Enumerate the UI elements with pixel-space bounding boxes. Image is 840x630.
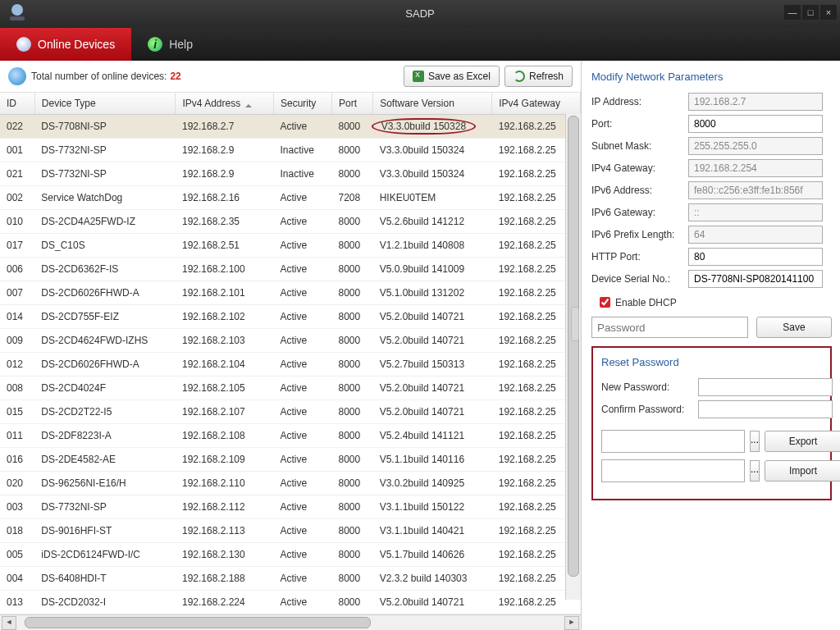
table-row[interactable]: 013DS-2CD2032-I192.168.2.224Active8000V5… bbox=[0, 591, 581, 614]
enable-dhcp-checkbox[interactable] bbox=[600, 297, 610, 308]
table-cell: 192.168.2.110 bbox=[176, 472, 274, 495]
table-cell: 192.168.2.35 bbox=[176, 210, 274, 234]
table-row[interactable]: 018DS-9016HFI-ST192.168.2.113Active8000V… bbox=[0, 519, 581, 543]
table-cell: Active bbox=[274, 329, 332, 353]
table-row[interactable]: 007DS-2CD6026FHWD-A192.168.2.101Active80… bbox=[0, 281, 581, 305]
tab-label: Help bbox=[169, 38, 193, 51]
table-cell: Active bbox=[274, 115, 332, 139]
table-cell: 192.168.2.16 bbox=[176, 186, 274, 210]
table-row[interactable]: 017DS_C10S192.168.2.51Active8000V1.2.1bu… bbox=[0, 234, 581, 258]
table-cell: V3.0.2build 140925 bbox=[373, 472, 492, 495]
table-row[interactable]: 012DS-2CD6026FHWD-A192.168.2.104Active80… bbox=[0, 353, 581, 377]
ipv6-gateway-field[interactable] bbox=[688, 203, 823, 221]
table-cell: Active bbox=[274, 495, 332, 519]
table-row[interactable]: 002Service WatchDog192.168.2.16Active720… bbox=[0, 186, 581, 210]
save-as-excel-button[interactable]: Save as Excel bbox=[404, 66, 500, 87]
table-row[interactable]: 010DS-2CD4A25FWD-IZ192.168.2.35Active800… bbox=[0, 210, 581, 234]
export-path-field[interactable] bbox=[601, 430, 745, 453]
column-header[interactable]: Device Type bbox=[34, 93, 176, 115]
import-path-field[interactable] bbox=[601, 459, 745, 482]
export-button[interactable]: Export bbox=[765, 431, 840, 452]
device-table-wrapper[interactable]: IDDevice TypeIPv4 AddressSecurityPortSof… bbox=[0, 93, 581, 614]
table-cell: 192.168.2.102 bbox=[176, 305, 274, 329]
window-title: SADP bbox=[0, 0, 840, 28]
table-row[interactable]: 003DS-7732NI-SP192.168.2.112Active8000V3… bbox=[0, 495, 581, 519]
table-cell: DS_C10S bbox=[34, 234, 176, 258]
column-header[interactable]: Security bbox=[274, 93, 332, 115]
confirm-password-field[interactable] bbox=[698, 400, 833, 418]
column-header[interactable]: ID bbox=[0, 93, 34, 115]
table-row[interactable]: 011DS-2DF8223I-A192.168.2.108Active8000V… bbox=[0, 424, 581, 448]
scroll-left-icon[interactable]: ◄ bbox=[2, 616, 16, 630]
table-row[interactable]: 004DS-6408HDI-T192.168.2.188Active8000V2… bbox=[0, 567, 581, 591]
admin-password-field[interactable] bbox=[591, 317, 748, 338]
table-cell: DS-6408HDI-T bbox=[34, 567, 176, 591]
table-row[interactable]: 014DS-2CD755F-EIZ192.168.2.102Active8000… bbox=[0, 305, 581, 329]
table-row[interactable]: 015DS-2CD2T22-I5192.168.2.107Active8000V… bbox=[0, 400, 581, 424]
table-cell: Active bbox=[274, 305, 332, 329]
table-cell: V5.2.7build 150313 bbox=[373, 353, 492, 377]
scroll-right-icon[interactable]: ► bbox=[564, 616, 579, 630]
refresh-button[interactable]: Refresh bbox=[504, 66, 573, 87]
table-cell: V5.2.4build 141121 bbox=[373, 424, 492, 448]
table-cell: V2.3.2 build 140303 bbox=[373, 567, 492, 591]
table-cell: 192.168.2.7 bbox=[176, 115, 274, 139]
table-row[interactable]: 005iDS-2CD6124FWD-I/C192.168.2.130Active… bbox=[0, 543, 581, 567]
table-row[interactable]: 021DS-7732NI-SP192.168.2.9Inactive8000V3… bbox=[0, 162, 581, 186]
port-field[interactable] bbox=[688, 115, 823, 133]
table-cell: DS-2CD2032-I bbox=[34, 591, 176, 614]
tab-online-devices[interactable]: Online Devices bbox=[0, 28, 131, 61]
table-row[interactable]: 022DS-7708NI-SP192.168.2.7Active8000V3.3… bbox=[0, 115, 581, 139]
vertical-scrollbar[interactable] bbox=[565, 114, 581, 600]
main-tab-bar: Online Devices Help bbox=[0, 28, 840, 61]
table-cell: 011 bbox=[0, 424, 34, 448]
table-row[interactable]: 016DS-2DE4582-AE192.168.2.109Active8000V… bbox=[0, 448, 581, 472]
tab-label: Online Devices bbox=[38, 38, 115, 51]
table-row[interactable]: 006DS-2CD6362F-IS192.168.2.100Active8000… bbox=[0, 258, 581, 281]
new-password-field[interactable] bbox=[698, 378, 833, 396]
table-cell: 018 bbox=[0, 519, 34, 543]
table-cell: 192.168.2.108 bbox=[176, 424, 274, 448]
table-cell: V5.2.6build 141212 bbox=[373, 210, 492, 234]
ipv6-address-field[interactable] bbox=[688, 181, 823, 199]
minimize-button[interactable]: — bbox=[784, 5, 801, 20]
table-row[interactable]: 001DS-7732NI-SP192.168.2.9Inactive8000V3… bbox=[0, 139, 581, 162]
column-header[interactable]: Port bbox=[331, 93, 372, 115]
table-cell: 192.168.2.103 bbox=[176, 329, 274, 353]
table-cell: V5.2.0build 140721 bbox=[373, 305, 492, 329]
ip-address-field[interactable] bbox=[688, 93, 823, 111]
table-cell: Inactive bbox=[274, 139, 332, 162]
table-row[interactable]: 020DS-96256NI-E16/H192.168.2.110Active80… bbox=[0, 472, 581, 495]
table-row[interactable]: 009DS-2CD4624FWD-IZHS192.168.2.103Active… bbox=[0, 329, 581, 353]
table-cell: 010 bbox=[0, 210, 34, 234]
serial-field[interactable] bbox=[688, 270, 823, 288]
column-header[interactable]: Software Version bbox=[373, 93, 492, 115]
table-cell: 192.168.2.224 bbox=[176, 591, 274, 614]
info-icon bbox=[148, 37, 162, 52]
column-header[interactable]: IPv4 Address bbox=[176, 93, 274, 115]
ipv4-gateway-field[interactable] bbox=[688, 159, 823, 177]
save-button[interactable]: Save bbox=[756, 317, 832, 338]
button-label: Refresh bbox=[529, 71, 564, 82]
ipv6-prefix-field[interactable] bbox=[688, 226, 823, 244]
export-browse-button[interactable]: ... bbox=[750, 431, 760, 452]
table-cell: HIKEU0TEM bbox=[373, 186, 492, 210]
http-port-field[interactable] bbox=[688, 248, 823, 266]
maximize-button[interactable]: □ bbox=[802, 5, 819, 20]
close-button[interactable]: × bbox=[820, 5, 837, 20]
subnet-mask-field[interactable] bbox=[688, 137, 823, 155]
tab-help[interactable]: Help bbox=[131, 28, 209, 61]
table-cell: 8000 bbox=[331, 377, 372, 400]
import-button[interactable]: Import bbox=[765, 460, 840, 482]
table-row[interactable]: 008DS-2CD4024F192.168.2.105Active8000V5.… bbox=[0, 377, 581, 400]
table-cell: DS-2CD2T22-I5 bbox=[34, 400, 176, 424]
horizontal-scrollbar[interactable]: ◄ ► bbox=[0, 614, 581, 630]
table-cell: V3.3.0build 150324 bbox=[373, 139, 492, 162]
serial-label: Device Serial No.: bbox=[591, 273, 688, 285]
column-header[interactable]: IPv4 Gateway bbox=[492, 93, 581, 115]
pane-splitter[interactable] bbox=[571, 307, 579, 341]
table-cell: 8000 bbox=[331, 234, 372, 258]
import-browse-button[interactable]: ... bbox=[750, 460, 760, 482]
ipv6-prefix-label: IPv6 Prefix Length: bbox=[591, 229, 688, 240]
table-cell: 021 bbox=[0, 162, 34, 186]
